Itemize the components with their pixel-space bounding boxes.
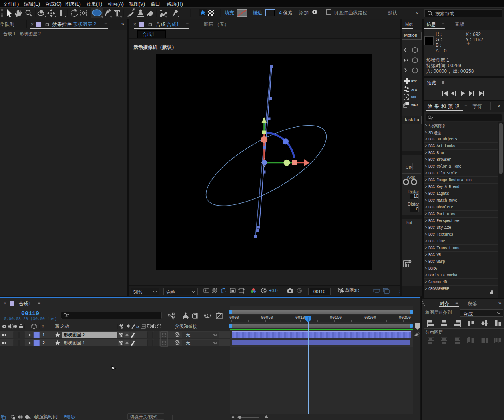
svg-text:fx: fx: [136, 324, 140, 329]
svg-text:无: 无: [186, 340, 190, 345]
svg-text:WAR: WAR: [411, 104, 418, 106]
svg-text:2: 2: [42, 340, 45, 345]
svg-text:NUL: NUL: [411, 96, 417, 99]
svg-text:#: #: [42, 324, 44, 329]
svg-text:CLO: CLO: [411, 89, 417, 92]
svg-text:无: 无: [186, 332, 190, 337]
svg-text:1: 1: [42, 332, 45, 337]
svg-text:EXC: EXC: [411, 80, 417, 83]
